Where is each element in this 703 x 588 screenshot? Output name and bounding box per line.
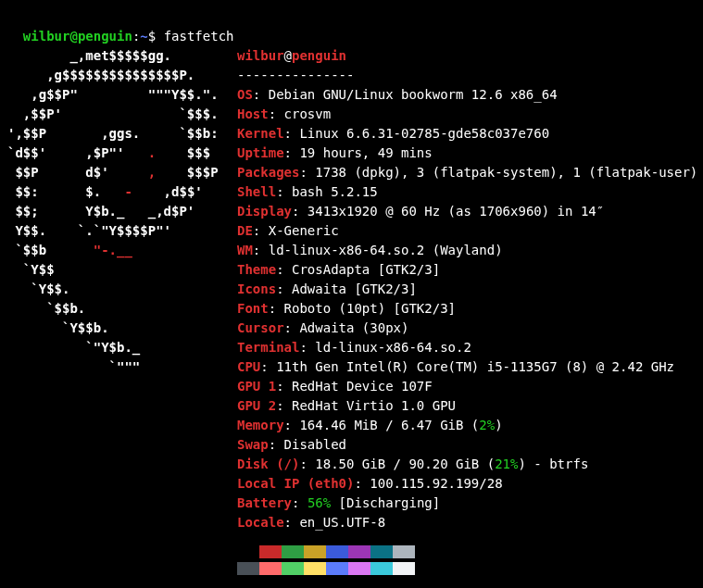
title-line: wilbur@penguin: [237, 46, 697, 66]
title-at: @: [284, 48, 292, 63]
prompt-at: @: [69, 29, 77, 44]
info-host: Host: crosvm: [237, 105, 697, 124]
swatch: [237, 545, 259, 558]
separator: ---------------: [237, 66, 697, 85]
info-de: DE: X-Generic: [237, 221, 697, 241]
swatch: [304, 545, 326, 558]
info-locale: Locale: en_US.UTF-8: [237, 513, 697, 532]
swatch: [393, 545, 415, 558]
info-kernel: Kernel: Linux 6.6.31-02785-gde58c037e760: [237, 124, 697, 144]
logo-line: $$: $. - ,d$$': [7, 182, 237, 202]
title-host: penguin: [292, 48, 346, 63]
info-uptime: Uptime: 19 hours, 49 mins: [237, 144, 697, 163]
swatch: [348, 562, 370, 575]
swatch: [326, 562, 348, 575]
logo-line: `$$b "-.__: [7, 241, 237, 260]
logo-line: ,g$$P" """Y$$.".: [7, 85, 237, 105]
swatch: [237, 562, 259, 575]
prompt-user: wilbur: [23, 29, 70, 44]
info-theme: Theme: CrosAdapta [GTK2/3]: [237, 260, 697, 280]
logo-line: Y$$. `.`"Y$$$$P"': [7, 221, 237, 241]
color-swatches-row1: [237, 545, 697, 558]
logo-line: _,met$$$$$gg.: [7, 46, 237, 66]
info-packages: Packages: 1738 (dpkg), 3 (flatpak-system…: [237, 163, 697, 182]
swatch: [259, 562, 282, 575]
info-shell: Shell: bash 5.2.15: [237, 182, 697, 202]
swatch: [393, 562, 415, 575]
logo-line: `Y$$: [7, 260, 237, 280]
swatch: [282, 545, 304, 558]
logo-line: $$P d$' , $$$P: [7, 163, 237, 182]
color-swatches-row2: [237, 562, 697, 575]
swatch: [370, 562, 393, 575]
swatch: [326, 545, 348, 558]
logo-line: `Y$$.: [7, 280, 237, 299]
swatch: [259, 545, 282, 558]
logo-line: `""": [7, 357, 237, 377]
command: fastfetch: [164, 29, 234, 44]
info-font: Font: Roboto (10pt) [GTK2/3]: [237, 299, 697, 319]
prompt-host: penguin: [78, 29, 132, 44]
info-gpu2: GPU 2: RedHat Virtio 1.0 GPU: [237, 396, 697, 416]
info-wm: WM: ld-linux-x86-64.so.2 (Wayland): [237, 241, 697, 260]
info-gpu1: GPU 1: RedHat Device 107F: [237, 377, 697, 396]
swatch: [282, 562, 304, 575]
logo-line: `$$b.: [7, 299, 237, 319]
fastfetch-output: _,met$$$$$gg. ,g$$$$$$$$$$$$$$$P. ,g$$P"…: [7, 46, 696, 575]
info-display: Display: 3413x1920 @ 60 Hz (as 1706x960)…: [237, 202, 697, 221]
info-icons: Icons: Adwaita [GTK2/3]: [237, 280, 697, 299]
info-battery: Battery: 56% [Discharging]: [237, 494, 697, 513]
logo-line: ,$$P' `$$$.: [7, 105, 237, 124]
swatch: [304, 562, 326, 575]
logo-line: $$; Y$b._ _,d$P': [7, 202, 237, 221]
logo-line: ,g$$$$$$$$$$$$$$$P.: [7, 66, 237, 85]
title-user: wilbur: [237, 48, 284, 63]
logo-line: `"Y$b._: [7, 338, 237, 357]
info-column: wilbur@penguin --------------- OS: Debia…: [237, 46, 697, 575]
logo-line: ',$$P ,ggs. `$$b:: [7, 124, 237, 144]
info-cursor: Cursor: Adwaita (30px): [237, 319, 697, 338]
info-os: OS: Debian GNU/Linux bookworm 12.6 x86_6…: [237, 85, 697, 105]
info-terminal: Terminal: ld-linux-x86-64.so.2: [237, 338, 697, 357]
swatch: [370, 545, 393, 558]
info-cpu: CPU: 11th Gen Intel(R) Core(TM) i5-1135G…: [237, 357, 697, 377]
info-swap: Swap: Disabled: [237, 435, 697, 455]
prompt-dollar: $: [148, 29, 164, 44]
logo-line: `Y$$b.: [7, 319, 237, 338]
swatch: [348, 545, 370, 558]
info-disk: Disk (/): 18.50 GiB / 90.20 GiB (21%) - …: [237, 455, 697, 474]
logo-line: `d$$' ,$P"' . $$$: [7, 144, 237, 163]
ascii-logo: _,met$$$$$gg. ,g$$$$$$$$$$$$$$$P. ,g$$P"…: [7, 46, 237, 575]
prompt-line-2[interactable]: wilbur@penguin:~$: [7, 581, 696, 588]
info-memory: Memory: 164.46 MiB / 6.47 GiB (2%): [237, 416, 697, 435]
info-local-ip: Local IP (eth0): 100.115.92.199/28: [237, 474, 697, 494]
prompt-line-1[interactable]: wilbur@penguin:~$ fastfetch: [7, 7, 696, 46]
prompt-path: ~: [140, 29, 147, 44]
